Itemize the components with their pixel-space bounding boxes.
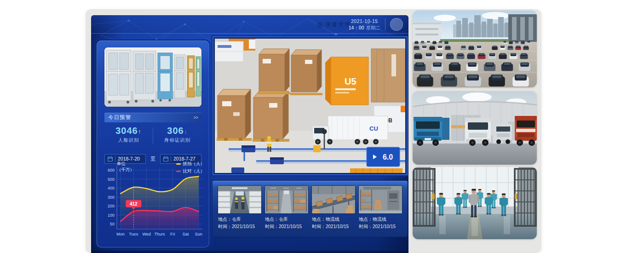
locker-cabinets-image — [104, 47, 201, 107]
workers-photo — [413, 167, 537, 239]
main-warehouse-image: U5 OB — [213, 36, 408, 175]
alert-panel: 今日预警 >> 3046↑ 人脸识别 306↓ 身份证识别 — [97, 40, 209, 247]
svg-text:412: 412 — [130, 201, 138, 207]
time-text: 14：00 — [349, 25, 364, 30]
svg-text:100: 100 — [108, 213, 115, 218]
gate-left — [414, 169, 435, 226]
svg-text:Tues: Tues — [129, 232, 138, 236]
thumbnail-image — [265, 186, 308, 213]
camera-feed-item[interactable]: 地点：仓库 时间：2021/10/15 — [265, 186, 308, 232]
stat-face-recognition: 3046↑ 人脸识别 — [104, 126, 153, 150]
legend-item-capture[interactable]: 抓拍（人） — [176, 161, 205, 167]
camera-feed-item[interactable]: 地点：物流线 时间：2021/10/15 — [312, 186, 355, 232]
svg-text:300: 300 — [108, 195, 115, 200]
trucks-photo — [413, 91, 537, 165]
user-avatar[interactable] — [390, 18, 403, 31]
thumbnail-image — [312, 186, 355, 213]
stat-id-recognition: 306↓ 身份证识别 — [153, 126, 201, 150]
stat-label: 人脸识别 — [118, 137, 139, 144]
gate-right — [515, 169, 536, 226]
legend-item-compare[interactable]: 比对（人） — [176, 168, 205, 174]
thumbnail-image — [359, 186, 402, 213]
camera-feed-panel: 地点：仓库 时间：2021/10/15 — [213, 181, 408, 237]
camera-feed-item[interactable]: 地点：物流线 时间：2021/10/15 — [359, 186, 402, 232]
legend-label: 抓拍（人） — [183, 161, 205, 167]
feed-time: 时间：2021/10/15 — [312, 223, 355, 230]
svg-text:Thurs: Thurs — [154, 232, 165, 236]
app-title-group: 便捷管理 — [317, 21, 351, 29]
legend-swatch — [176, 171, 181, 172]
trend-up-icon: ↑ — [138, 128, 142, 135]
app-title: 便捷管理 — [325, 21, 351, 29]
header-bar: 便捷管理 2021-10-15 14：00星期二 — [91, 15, 408, 34]
alert-stats: 3046↑ 人脸识别 306↓ 身份证识别 — [104, 126, 201, 150]
svg-text:CU: CU — [369, 125, 378, 132]
stat-value: 3046 — [115, 126, 138, 136]
calendar-icon — [108, 156, 113, 161]
trend-down-icon: ↓ — [184, 128, 188, 135]
screen: 便捷管理 2021-10-15 14：00星期二 — [0, 0, 644, 253]
svg-text:600: 600 — [108, 168, 115, 172]
feed-location: 地点：仓库 — [218, 216, 261, 223]
stat-label: 身份证识别 — [164, 137, 191, 144]
feed-location: 地点：物流线 — [312, 216, 355, 223]
svg-text:U5: U5 — [345, 76, 356, 86]
datetime: 2021-10-15 14：00星期二 — [349, 18, 380, 31]
svg-text:50: 50 — [110, 222, 115, 226]
svg-text:400: 400 — [108, 186, 115, 190]
svg-text:Wed: Wed — [142, 232, 150, 236]
trend-chart-container: 单位 （千万） 抓拍（人） 比对（人） — [100, 161, 206, 245]
svg-text:Mon: Mon — [116, 232, 125, 236]
date-text: 2021-10-15 — [351, 18, 378, 24]
feed-time: 时间：2021/10/15 — [218, 223, 261, 230]
dashboard: 便捷管理 2021-10-15 14：00星期二 — [91, 15, 408, 253]
legend-swatch — [176, 163, 181, 165]
time-row: 14：00星期二 — [349, 24, 380, 31]
svg-text:500: 500 — [108, 177, 115, 182]
sign-610: 6.0 — [367, 147, 400, 167]
feed-location: 地点：仓库 — [265, 216, 308, 223]
weekday-text: 星期二 — [366, 25, 381, 30]
chart-legend: 抓拍（人） 比对（人） — [176, 161, 205, 176]
stat-value: 306 — [167, 126, 184, 136]
header-divider — [385, 18, 385, 30]
alert-title: 今日预警 — [108, 114, 131, 121]
feed-location: 地点：物流线 — [359, 216, 402, 223]
calendar-icon — [163, 156, 168, 161]
alert-section-header: 今日预警 >> — [104, 113, 201, 122]
svg-text:Fri: Fri — [170, 232, 175, 236]
svg-text:200: 200 — [108, 204, 115, 208]
thumbnail-image — [218, 186, 261, 213]
svg-text:Sun: Sun — [195, 232, 202, 236]
feed-time: 时间：2021/10/15 — [359, 223, 402, 230]
app-logo-icon — [317, 22, 323, 28]
parking-lot-photo — [413, 11, 537, 87]
svg-text:6.0: 6.0 — [383, 153, 393, 161]
camera-feed-item[interactable]: 地点：仓库 时间：2021/10/15 — [218, 186, 261, 232]
chart-y-axis-unit: 单位 （千万） — [117, 161, 134, 173]
svg-text:Sat: Sat — [183, 232, 189, 236]
alert-more-button[interactable]: >> — [193, 115, 198, 120]
feed-time: 时间：2021/10/15 — [265, 223, 308, 230]
legend-label: 比对（人） — [183, 168, 205, 174]
